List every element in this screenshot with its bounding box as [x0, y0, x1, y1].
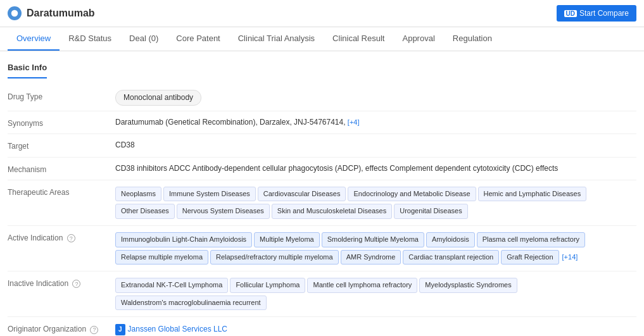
originator-org-row: Originator Organization ? J Janssen Glob… — [8, 317, 636, 336]
active-indication-tag[interactable]: Plasma cell myeloma refractory — [477, 232, 585, 247]
tab-overview[interactable]: Overview — [8, 27, 60, 51]
inactive-indication-info-icon[interactable]: ? — [72, 280, 80, 288]
app-header: Daratumumab UD Start Compare — [0, 0, 644, 27]
active-indication-tag[interactable]: Cardiac transplant rejection — [403, 250, 499, 265]
main-content: Basic Info Drug Type Monoclonal antibody… — [0, 51, 644, 336]
app-icon — [8, 6, 22, 20]
originator-org-info-icon[interactable]: ? — [90, 326, 98, 334]
synonyms-text: Daratumumab (Genetical Recombination), D… — [115, 118, 346, 127]
originator-org-name: Janssen Global Services LLC — [128, 323, 227, 335]
active-indication-tag[interactable]: Smoldering Multiple Myeloma — [322, 232, 424, 247]
synonyms-row: Synonyms Daratumumab (Genetical Recombin… — [8, 111, 636, 134]
therapeutic-areas-label: Therapeutic Areas — [8, 185, 115, 197]
drug-type-row: Drug Type Monoclonal antibody — [8, 85, 636, 111]
mechanism-value: CD38 inhibitors ADCC Antibody-dependent … — [115, 163, 636, 175]
inactive-indication-tag[interactable]: Waldenstrom's macroglobulinaemia recurre… — [115, 296, 267, 311]
inactive-indication-label: Inactive Indication ? — [8, 277, 115, 288]
tab-clinical-result[interactable]: Clinical Result — [324, 27, 393, 51]
drug-type-value: Monoclonal antibody — [115, 90, 636, 106]
inactive-indication-tag[interactable]: Follicular Lymphoma — [230, 278, 305, 293]
drug-type-pill: Monoclonal antibody — [115, 90, 201, 106]
mechanism-label: Mechanism — [8, 163, 115, 174]
target-row: Target CD38 — [8, 134, 636, 157]
active-indication-info-icon[interactable]: ? — [67, 234, 75, 242]
originator-org-item[interactable]: J Janssen Global Services LLC — [115, 323, 227, 335]
therapeutic-area-tag[interactable]: Other Diseases — [115, 204, 175, 219]
nav-tabs: Overview R&D Status Deal (0) Core Patent… — [0, 27, 644, 51]
tab-approval[interactable]: Approval — [393, 27, 443, 51]
svg-point-0 — [11, 10, 18, 17]
therapeutic-area-tag[interactable]: Neoplasms — [115, 187, 161, 202]
active-indication-more[interactable]: [+14] — [562, 253, 578, 261]
active-indication-tag[interactable]: Multiple Myeloma — [254, 232, 320, 247]
active-indication-tag[interactable]: Immunoglobulin Light-Chain Amyloidosis — [115, 232, 252, 247]
target-value: CD38 — [115, 139, 636, 151]
therapeutic-area-tag[interactable]: Urogenital Diseases — [394, 204, 467, 219]
active-indication-tag[interactable]: Relapse multiple myeloma — [115, 250, 208, 265]
therapeutic-area-tag[interactable]: Cardiovascular Diseases — [258, 187, 346, 202]
janssen-j-badge: J — [115, 324, 125, 335]
active-indication-tag[interactable]: Amyloidosis — [426, 232, 475, 247]
active-indication-label: Active Indication ? — [8, 231, 115, 242]
inactive-indication-row: Inactive Indication ? Extranodal NK-T-Ce… — [8, 271, 636, 317]
active-indication-row: Active Indication ? Immunoglobulin Light… — [8, 226, 636, 271]
synonyms-label: Synonyms — [8, 116, 115, 128]
ud-badge: UD — [564, 10, 577, 17]
tab-regulation[interactable]: Regulation — [444, 27, 501, 51]
synonyms-value: Daratumumab (Genetical Recombination), D… — [115, 116, 636, 128]
inactive-indication-tag[interactable]: Mantle cell lymphoma refractory — [307, 278, 417, 293]
active-indication-tag[interactable]: AMR Syndrome — [341, 250, 401, 265]
therapeutic-area-tag[interactable]: Skin and Musculoskeletal Diseases — [272, 204, 392, 219]
therapeutic-area-tag[interactable]: Immune System Diseases — [163, 187, 256, 202]
therapeutic-area-tag[interactable]: Hemic and Lymphatic Diseases — [478, 187, 587, 202]
drug-title: Daratumumab — [27, 8, 557, 19]
section-title: Basic Info — [8, 58, 47, 78]
active-indication-tag[interactable]: Relapsed/refractory multiple myeloma — [210, 250, 339, 265]
originator-org-value: J Janssen Global Services LLC — [115, 322, 636, 336]
start-compare-label: Start Compare — [579, 9, 629, 18]
active-indication-tags: Immunoglobulin Light-Chain AmyloidosisMu… — [115, 231, 636, 266]
inactive-indication-tags: Extranodal NK-T-Cell LymphomaFollicular … — [115, 277, 636, 311]
tab-core-patent[interactable]: Core Patent — [167, 27, 229, 51]
therapeutic-areas-tags: NeoplasmsImmune System DiseasesCardiovas… — [115, 185, 636, 220]
therapeutic-areas-row: Therapeutic Areas NeoplasmsImmune System… — [8, 180, 636, 226]
start-compare-button[interactable]: UD Start Compare — [557, 5, 636, 22]
mechanism-row: Mechanism CD38 inhibitors ADCC Antibody-… — [8, 158, 636, 180]
originator-org-label: Originator Organization ? — [8, 322, 115, 333]
target-label: Target — [8, 139, 115, 151]
synonyms-more[interactable]: [+4] — [348, 118, 360, 126]
drug-type-label: Drug Type — [8, 90, 115, 101]
inactive-indication-tag[interactable]: Extranodal NK-T-Cell Lymphoma — [115, 278, 228, 293]
tab-rd-status[interactable]: R&D Status — [60, 27, 120, 51]
tab-clinical-trial[interactable]: Clinical Trial Analysis — [229, 27, 324, 51]
therapeutic-area-tag[interactable]: Nervous System Diseases — [177, 204, 270, 219]
inactive-indication-tag[interactable]: Myelodysplastic Syndromes — [419, 278, 517, 293]
tab-deal[interactable]: Deal (0) — [120, 27, 167, 51]
active-indication-tag[interactable]: Graft Rejection — [501, 250, 559, 265]
therapeutic-area-tag[interactable]: Endocrinology and Metabolic Disease — [348, 187, 476, 202]
